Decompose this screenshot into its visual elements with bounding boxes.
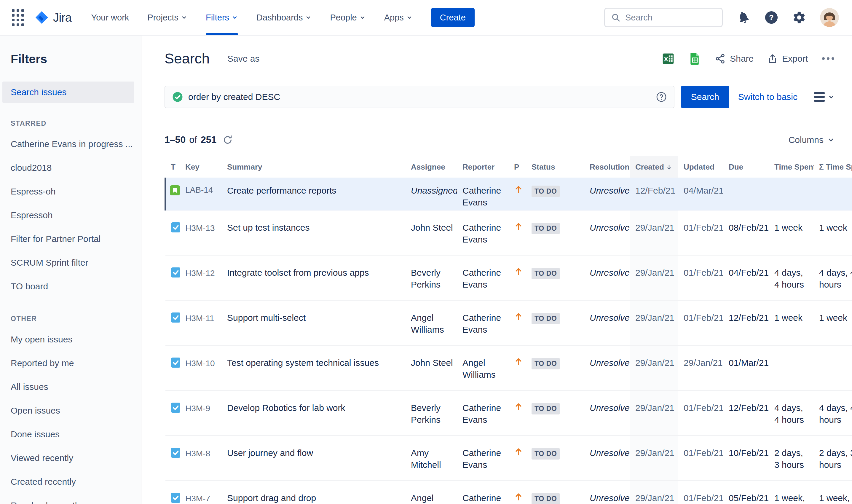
column-header-key[interactable]: Key	[180, 156, 222, 178]
view-options-icon[interactable]	[814, 92, 835, 102]
issue-assignee: Unassigned	[405, 178, 457, 210]
sidebar-item-search-issues[interactable]: Search issues	[2, 82, 134, 103]
column-header-label: Summary	[227, 162, 262, 172]
column-header-resolution[interactable]: Resolution	[584, 156, 630, 178]
nav-item-filters[interactable]: Filters	[206, 0, 238, 35]
create-button[interactable]: Create	[431, 8, 475, 27]
sidebar-item-espressoh[interactable]: Espressoh	[0, 203, 141, 227]
table-row-h3m-9[interactable]: H3M-9Develop Robotics for lab workBeverl…	[165, 391, 852, 435]
settings-icon[interactable]	[792, 11, 806, 24]
column-header-time_spent[interactable]: Time Spent	[769, 156, 814, 178]
column-header-p[interactable]: P	[509, 156, 526, 178]
issue-summary-link[interactable]: Create performance reports	[227, 185, 337, 195]
column-header-reporter[interactable]: Reporter	[457, 156, 509, 178]
table-row-h3m-7[interactable]: H3M-7Support drag and dropAngel Williams…	[165, 481, 852, 504]
columns-button[interactable]: Columns	[788, 135, 835, 145]
export-button[interactable]: Export	[767, 53, 808, 64]
column-header-summary[interactable]: Summary	[222, 156, 405, 178]
global-search[interactable]	[604, 8, 723, 27]
issue-due	[723, 178, 769, 210]
issue-key[interactable]: H3M-12	[180, 255, 222, 300]
share-button[interactable]: Share	[715, 53, 754, 64]
status-badge: TO DO	[531, 403, 560, 414]
nav-right-cluster: ?	[604, 8, 839, 27]
sidebar-item-all-issues[interactable]: All issues	[0, 375, 141, 399]
issue-total-time-spent: 2 days, 3 hours	[814, 435, 852, 481]
nav-item-projects[interactable]: Projects	[147, 0, 187, 35]
priority-high-icon	[514, 357, 523, 366]
more-icon[interactable]	[821, 54, 835, 63]
issue-due: 01/Mar/21	[723, 345, 769, 391]
issue-assignee: Angel Williams	[405, 300, 457, 345]
issue-updated: 01/Feb/21	[678, 435, 723, 481]
table-row-h3m-12[interactable]: H3M-12Integrate toolset from previous ap…	[165, 255, 852, 300]
table-row-h3m-13[interactable]: H3M-13Set up test instancesJohn SteelCat…	[165, 210, 852, 255]
column-header-assignee[interactable]: Assignee	[405, 156, 457, 178]
app-switcher-icon[interactable]	[12, 9, 24, 26]
jql-search-button[interactable]: Search	[681, 86, 729, 108]
issue-key[interactable]: H3M-10	[180, 345, 222, 391]
column-header-status[interactable]: Status	[526, 156, 584, 178]
share-icon	[715, 53, 726, 64]
table-row-h3m-11[interactable]: H3M-11Support multi-selectAngel Williams…	[165, 300, 852, 345]
issue-summary-link[interactable]: Test operating system technical issues	[227, 358, 379, 367]
status-badge: TO DO	[531, 313, 560, 324]
sidebar-item-scrum-sprint-filter[interactable]: SCRUM Sprint filter	[0, 251, 141, 274]
jql-input[interactable]: order by created DESC	[165, 86, 674, 108]
sidebar-item-cloud2018[interactable]: cloud2018	[0, 156, 141, 180]
issue-summary-link[interactable]: Support multi-select	[227, 313, 306, 323]
issue-reporter: Catherine Evans	[457, 210, 509, 255]
column-header-due[interactable]: Due	[723, 156, 769, 178]
refresh-icon[interactable]	[222, 134, 233, 145]
issue-summary-link[interactable]: Support drag and drop	[227, 493, 316, 503]
issue-summary-link[interactable]: Integrate toolset from previous apps	[227, 268, 369, 277]
sidebar-item-created-recently[interactable]: Created recently	[0, 470, 141, 493]
jira-logo[interactable]: Jira	[34, 10, 71, 25]
issue-table-container: TKeySummaryAssigneeReporterPStatusResolu…	[165, 156, 852, 504]
excel-export-icon[interactable]: X	[662, 52, 675, 65]
jql-help-icon[interactable]	[656, 92, 667, 102]
issue-key[interactable]: H3M-7	[180, 481, 222, 504]
column-header-type[interactable]: T	[165, 156, 180, 178]
sidebar-item-open-issues[interactable]: Open issues	[0, 399, 141, 422]
issue-summary-link[interactable]: Develop Robotics for lab work	[227, 403, 345, 413]
column-header-created[interactable]: Created	[630, 156, 678, 178]
issue-total-time-spent	[814, 345, 852, 391]
issue-key[interactable]: H3M-8	[180, 435, 222, 481]
google-sheets-export-icon[interactable]	[688, 52, 702, 65]
switch-to-basic-link[interactable]: Switch to basic	[738, 92, 797, 102]
sidebar-item-resolved-recently[interactable]: Resolved recently	[0, 493, 141, 504]
issue-key[interactable]: H3M-13	[180, 210, 222, 255]
issue-key[interactable]: H3M-9	[180, 391, 222, 435]
issue-summary-link[interactable]: User journey and flow	[227, 448, 313, 458]
table-row-h3m-8[interactable]: H3M-8User journey and flowAmy MitchellCa…	[165, 435, 852, 481]
issue-key[interactable]: LAB-14	[180, 178, 222, 210]
sidebar-item-filter-for-partner-portal[interactable]: Filter for Partner Portal	[0, 227, 141, 251]
table-row-lab-14[interactable]: LAB-14Create performance reportsUnassign…	[165, 178, 852, 210]
user-avatar[interactable]	[820, 8, 839, 27]
sidebar-item-espress-oh[interactable]: Espress-oh	[0, 180, 141, 203]
issue-summary-link[interactable]: Set up test instances	[227, 223, 310, 232]
table-row-h3m-10[interactable]: H3M-10Test operating system technical is…	[165, 345, 852, 391]
sidebar-item-catherine-evans-in-progress[interactable]: Catherine Evans in progress ...	[0, 132, 141, 156]
nav-item-dashboards[interactable]: Dashboards	[256, 0, 312, 35]
help-icon[interactable]: ?	[764, 11, 778, 24]
jql-valid-icon	[172, 92, 183, 102]
nav-item-people[interactable]: People	[330, 0, 365, 35]
global-search-input[interactable]	[624, 13, 716, 23]
nav-item-apps[interactable]: Apps	[384, 0, 413, 35]
issue-total-time-spent: 1 week	[814, 210, 852, 255]
save-as-button[interactable]: Save as	[226, 51, 260, 66]
sidebar-item-done-issues[interactable]: Done issues	[0, 422, 141, 446]
sidebar-item-my-open-issues[interactable]: My open issues	[0, 328, 141, 351]
issue-key[interactable]: H3M-11	[180, 300, 222, 345]
column-header-total_time[interactable]: Σ Time Spent	[814, 156, 852, 178]
sidebar-item-reported-by-me[interactable]: Reported by me	[0, 351, 141, 375]
sidebar-item-viewed-recently[interactable]: Viewed recently	[0, 446, 141, 470]
chevron-down-icon	[828, 93, 835, 101]
primary-nav: Your workProjectsFiltersDashboardsPeople…	[91, 0, 431, 35]
sidebar-item-to-board[interactable]: TO board	[0, 274, 141, 298]
notifications-icon[interactable]	[737, 11, 750, 24]
column-header-updated[interactable]: Updated	[678, 156, 723, 178]
nav-item-your-work[interactable]: Your work	[91, 0, 129, 35]
